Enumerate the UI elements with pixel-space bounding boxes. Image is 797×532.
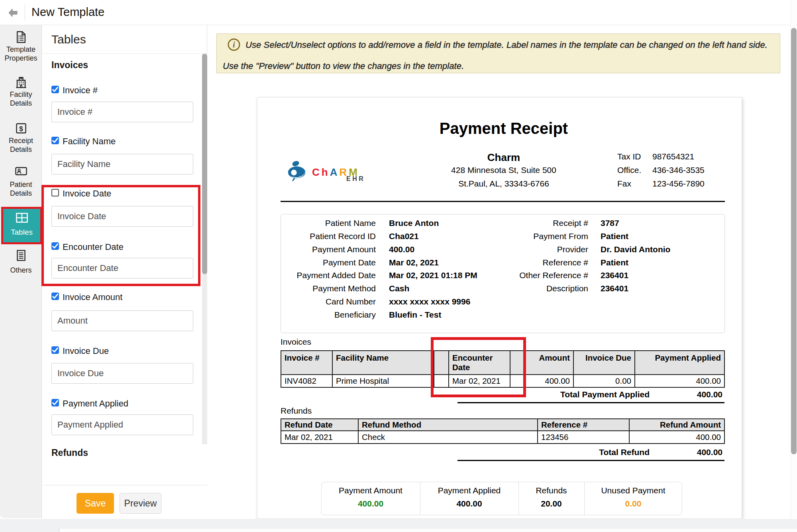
svg-text:i: i	[233, 40, 235, 49]
svg-text:$: $	[19, 125, 23, 133]
